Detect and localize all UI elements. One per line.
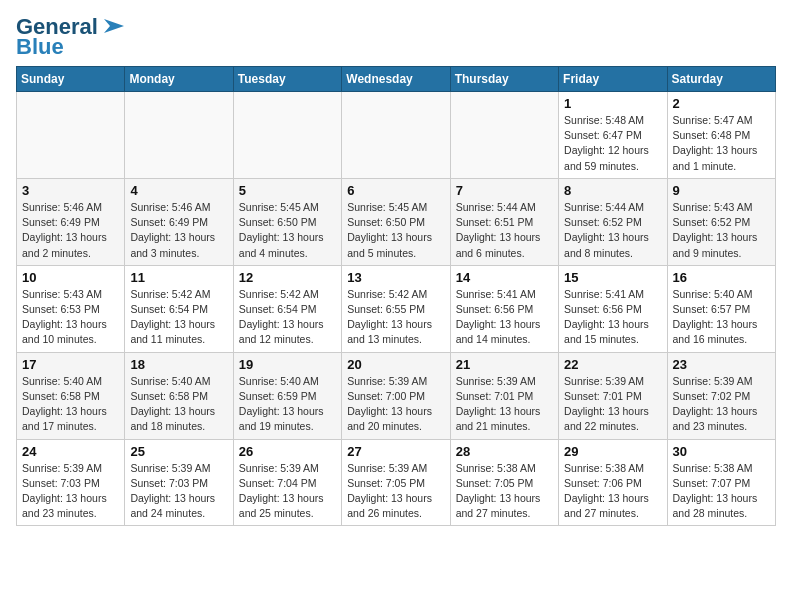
calendar-cell: 4Sunrise: 5:46 AM Sunset: 6:49 PM Daylig… [125,178,233,265]
day-info: Sunrise: 5:46 AM Sunset: 6:49 PM Dayligh… [22,200,119,261]
calendar-header: SundayMondayTuesdayWednesdayThursdayFrid… [17,67,776,92]
calendar-cell [342,92,450,179]
calendar-cell: 30Sunrise: 5:38 AM Sunset: 7:07 PM Dayli… [667,439,775,526]
calendar-cell [17,92,125,179]
day-info: Sunrise: 5:39 AM Sunset: 7:05 PM Dayligh… [347,461,444,522]
calendar-cell: 25Sunrise: 5:39 AM Sunset: 7:03 PM Dayli… [125,439,233,526]
logo-arrow-icon [100,15,128,37]
day-number: 14 [456,270,553,285]
calendar-cell: 10Sunrise: 5:43 AM Sunset: 6:53 PM Dayli… [17,265,125,352]
day-number: 28 [456,444,553,459]
day-number: 13 [347,270,444,285]
day-info: Sunrise: 5:39 AM Sunset: 7:02 PM Dayligh… [673,374,770,435]
calendar-cell: 20Sunrise: 5:39 AM Sunset: 7:00 PM Dayli… [342,352,450,439]
calendar-cell: 8Sunrise: 5:44 AM Sunset: 6:52 PM Daylig… [559,178,667,265]
day-number: 9 [673,183,770,198]
calendar-cell: 13Sunrise: 5:42 AM Sunset: 6:55 PM Dayli… [342,265,450,352]
day-number: 7 [456,183,553,198]
day-info: Sunrise: 5:39 AM Sunset: 7:04 PM Dayligh… [239,461,336,522]
calendar-cell: 3Sunrise: 5:46 AM Sunset: 6:49 PM Daylig… [17,178,125,265]
calendar-cell: 17Sunrise: 5:40 AM Sunset: 6:58 PM Dayli… [17,352,125,439]
day-number: 2 [673,96,770,111]
calendar-cell: 27Sunrise: 5:39 AM Sunset: 7:05 PM Dayli… [342,439,450,526]
day-info: Sunrise: 5:44 AM Sunset: 6:51 PM Dayligh… [456,200,553,261]
calendar-header-sunday: Sunday [17,67,125,92]
calendar-table: SundayMondayTuesdayWednesdayThursdayFrid… [16,66,776,526]
day-number: 18 [130,357,227,372]
calendar-cell: 18Sunrise: 5:40 AM Sunset: 6:58 PM Dayli… [125,352,233,439]
calendar-header-wednesday: Wednesday [342,67,450,92]
day-number: 8 [564,183,661,198]
day-number: 22 [564,357,661,372]
calendar-cell: 2Sunrise: 5:47 AM Sunset: 6:48 PM Daylig… [667,92,775,179]
day-info: Sunrise: 5:42 AM Sunset: 6:54 PM Dayligh… [239,287,336,348]
day-info: Sunrise: 5:43 AM Sunset: 6:52 PM Dayligh… [673,200,770,261]
calendar-body: 1Sunrise: 5:48 AM Sunset: 6:47 PM Daylig… [17,92,776,526]
day-number: 20 [347,357,444,372]
day-number: 29 [564,444,661,459]
calendar-cell: 29Sunrise: 5:38 AM Sunset: 7:06 PM Dayli… [559,439,667,526]
day-number: 5 [239,183,336,198]
calendar-cell: 22Sunrise: 5:39 AM Sunset: 7:01 PM Dayli… [559,352,667,439]
calendar-cell: 28Sunrise: 5:38 AM Sunset: 7:05 PM Dayli… [450,439,558,526]
day-info: Sunrise: 5:47 AM Sunset: 6:48 PM Dayligh… [673,113,770,174]
calendar-header-thursday: Thursday [450,67,558,92]
calendar-cell: 11Sunrise: 5:42 AM Sunset: 6:54 PM Dayli… [125,265,233,352]
day-number: 11 [130,270,227,285]
day-number: 30 [673,444,770,459]
day-info: Sunrise: 5:40 AM Sunset: 6:58 PM Dayligh… [22,374,119,435]
day-number: 10 [22,270,119,285]
day-info: Sunrise: 5:46 AM Sunset: 6:49 PM Dayligh… [130,200,227,261]
day-info: Sunrise: 5:39 AM Sunset: 7:03 PM Dayligh… [130,461,227,522]
day-info: Sunrise: 5:48 AM Sunset: 6:47 PM Dayligh… [564,113,661,174]
day-info: Sunrise: 5:39 AM Sunset: 7:03 PM Dayligh… [22,461,119,522]
day-number: 1 [564,96,661,111]
day-number: 26 [239,444,336,459]
day-info: Sunrise: 5:38 AM Sunset: 7:07 PM Dayligh… [673,461,770,522]
calendar-cell: 7Sunrise: 5:44 AM Sunset: 6:51 PM Daylig… [450,178,558,265]
day-info: Sunrise: 5:39 AM Sunset: 7:01 PM Dayligh… [564,374,661,435]
calendar-cell: 14Sunrise: 5:41 AM Sunset: 6:56 PM Dayli… [450,265,558,352]
calendar-header-friday: Friday [559,67,667,92]
calendar-cell: 12Sunrise: 5:42 AM Sunset: 6:54 PM Dayli… [233,265,341,352]
day-info: Sunrise: 5:38 AM Sunset: 7:05 PM Dayligh… [456,461,553,522]
svg-marker-0 [104,19,124,33]
day-number: 19 [239,357,336,372]
day-number: 23 [673,357,770,372]
day-info: Sunrise: 5:39 AM Sunset: 7:01 PM Dayligh… [456,374,553,435]
day-number: 16 [673,270,770,285]
calendar-cell: 24Sunrise: 5:39 AM Sunset: 7:03 PM Dayli… [17,439,125,526]
day-info: Sunrise: 5:40 AM Sunset: 6:57 PM Dayligh… [673,287,770,348]
day-number: 6 [347,183,444,198]
day-info: Sunrise: 5:39 AM Sunset: 7:00 PM Dayligh… [347,374,444,435]
calendar-cell [233,92,341,179]
day-number: 25 [130,444,227,459]
day-number: 24 [22,444,119,459]
calendar-cell: 23Sunrise: 5:39 AM Sunset: 7:02 PM Dayli… [667,352,775,439]
calendar-cell: 16Sunrise: 5:40 AM Sunset: 6:57 PM Dayli… [667,265,775,352]
calendar-header-monday: Monday [125,67,233,92]
calendar-cell: 6Sunrise: 5:45 AM Sunset: 6:50 PM Daylig… [342,178,450,265]
day-number: 17 [22,357,119,372]
calendar-header-tuesday: Tuesday [233,67,341,92]
day-number: 4 [130,183,227,198]
logo-blue: Blue [16,36,64,58]
day-number: 12 [239,270,336,285]
day-info: Sunrise: 5:45 AM Sunset: 6:50 PM Dayligh… [239,200,336,261]
day-info: Sunrise: 5:40 AM Sunset: 6:59 PM Dayligh… [239,374,336,435]
logo: General Blue [16,16,128,58]
page-header: General Blue [16,16,776,58]
day-info: Sunrise: 5:42 AM Sunset: 6:54 PM Dayligh… [130,287,227,348]
calendar-cell: 26Sunrise: 5:39 AM Sunset: 7:04 PM Dayli… [233,439,341,526]
calendar-cell: 1Sunrise: 5:48 AM Sunset: 6:47 PM Daylig… [559,92,667,179]
calendar-cell: 5Sunrise: 5:45 AM Sunset: 6:50 PM Daylig… [233,178,341,265]
day-info: Sunrise: 5:41 AM Sunset: 6:56 PM Dayligh… [564,287,661,348]
day-number: 3 [22,183,119,198]
day-number: 27 [347,444,444,459]
calendar-cell: 19Sunrise: 5:40 AM Sunset: 6:59 PM Dayli… [233,352,341,439]
day-info: Sunrise: 5:44 AM Sunset: 6:52 PM Dayligh… [564,200,661,261]
calendar-cell: 21Sunrise: 5:39 AM Sunset: 7:01 PM Dayli… [450,352,558,439]
day-info: Sunrise: 5:42 AM Sunset: 6:55 PM Dayligh… [347,287,444,348]
day-info: Sunrise: 5:40 AM Sunset: 6:58 PM Dayligh… [130,374,227,435]
day-info: Sunrise: 5:41 AM Sunset: 6:56 PM Dayligh… [456,287,553,348]
